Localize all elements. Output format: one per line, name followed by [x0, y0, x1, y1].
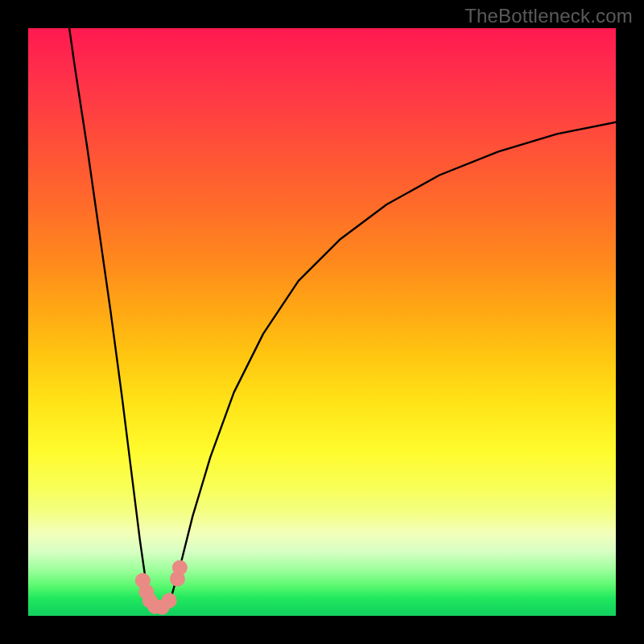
curve-left-branch [69, 28, 151, 610]
outer-frame: TheBottleneck.com [0, 0, 644, 644]
curve-right-branch [169, 122, 616, 605]
chart-plot-area [28, 28, 616, 616]
data-marker [172, 560, 188, 576]
data-marker [162, 593, 177, 609]
watermark-text: TheBottleneck.com [464, 5, 633, 27]
bottleneck-curve [28, 28, 616, 616]
